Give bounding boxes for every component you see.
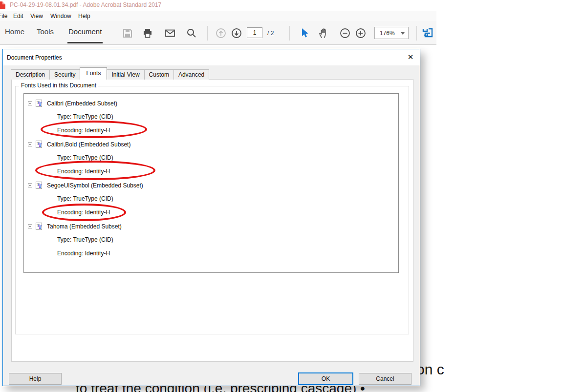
window-title: PC-04-29-19-08.01.34.pdf - Adobe Acrobat… bbox=[10, 1, 161, 8]
print-icon[interactable] bbox=[142, 28, 153, 39]
red-circle-annotation bbox=[35, 161, 155, 180]
dialog-tab-advanced[interactable]: Advanced bbox=[173, 69, 209, 80]
font-type-label: Type: TrueType (CID) bbox=[57, 195, 113, 202]
cancel-button[interactable]: Cancel bbox=[359, 373, 411, 385]
menu-bar: FileEditViewWindowHelp bbox=[0, 11, 436, 21]
page-count-label: / 2 bbox=[267, 30, 274, 37]
truetype-font-icon: TT bbox=[36, 223, 42, 230]
toolbar: HomeToolsDocument / 2 176% bbox=[0, 21, 436, 45]
toolbar-tab-document[interactable]: Document bbox=[68, 27, 102, 36]
menu-file[interactable]: File bbox=[0, 12, 9, 20]
toolbar-divider bbox=[289, 26, 290, 41]
font-list-box: TTCalibri (Embedded Subset)Type: TrueTyp… bbox=[23, 93, 399, 273]
acrobat-app-icon bbox=[0, 1, 5, 9]
zoom-in-icon[interactable] bbox=[355, 28, 366, 39]
toolbar-divider bbox=[416, 26, 417, 41]
font-type-label: Type: TrueType (CID) bbox=[57, 113, 113, 120]
hand-icon[interactable] bbox=[318, 28, 329, 39]
fonts-groupbox-label: Fonts Used in this Document bbox=[19, 82, 98, 89]
font-tree-header[interactable]: TTSegoeUISymbol (Embedded Subset) bbox=[24, 182, 398, 189]
zoom-out-icon[interactable] bbox=[340, 28, 350, 39]
font-encoding-label: Encoding: Identity-H bbox=[57, 250, 110, 257]
page-down-icon[interactable] bbox=[231, 28, 242, 39]
collapse-minus-icon[interactable] bbox=[28, 183, 32, 187]
close-icon[interactable]: ✕ bbox=[404, 51, 417, 63]
menu-window[interactable]: Window bbox=[49, 12, 73, 20]
pointer-icon[interactable] bbox=[300, 28, 310, 39]
toolbar-tab-home[interactable]: Home bbox=[5, 27, 24, 36]
font-tree-header[interactable]: TTCalibri,Bold (Embedded Subset) bbox=[24, 141, 398, 148]
truetype-font-icon: TT bbox=[36, 100, 42, 107]
page-up-icon[interactable] bbox=[216, 28, 226, 39]
page-number-input[interactable] bbox=[247, 27, 262, 38]
help-button[interactable]: Help bbox=[9, 373, 62, 385]
zoom-level-dropdown[interactable]: 176% bbox=[374, 27, 409, 39]
font-tree-item: TTTahoma (Embedded Subset)Type: TrueType… bbox=[24, 223, 398, 264]
font-name-label: SegoeUISymbol (Embedded Subset) bbox=[47, 182, 143, 189]
font-type-label: Type: TrueType (CID) bbox=[57, 154, 113, 161]
red-circle-annotation bbox=[42, 204, 126, 221]
toolbar-divider bbox=[207, 26, 208, 41]
zoom-level-value: 176% bbox=[380, 30, 395, 37]
red-circle-annotation bbox=[41, 121, 147, 138]
menu-view[interactable]: View bbox=[29, 12, 44, 20]
collapse-minus-icon[interactable] bbox=[28, 224, 32, 228]
truetype-font-icon: TT bbox=[36, 141, 42, 148]
dialog-tab-initial-view[interactable]: Initial View bbox=[107, 69, 144, 80]
font-name-label: Calibri (Embedded Subset) bbox=[47, 100, 117, 107]
font-name-label: Calibri,Bold (Embedded Subset) bbox=[47, 141, 130, 148]
truetype-font-icon: TT bbox=[36, 182, 42, 189]
menu-help[interactable]: Help bbox=[77, 12, 92, 20]
save-icon[interactable] bbox=[122, 28, 133, 39]
dialog-title: Document Properties bbox=[7, 54, 62, 61]
search-icon[interactable] bbox=[186, 28, 197, 39]
menu-edit[interactable]: Edit bbox=[12, 12, 25, 20]
toolbar-tab-tools[interactable]: Tools bbox=[37, 27, 54, 36]
fit-width-icon[interactable] bbox=[421, 27, 432, 38]
chevron-down-icon bbox=[401, 32, 405, 35]
dialog-tab-description[interactable]: Description bbox=[11, 69, 50, 80]
window-title-bar: PC-04-29-19-08.01.34.pdf - Adobe Acrobat… bbox=[0, 0, 436, 11]
font-type-label: Type: TrueType (CID) bbox=[57, 236, 113, 243]
font-name-label: Tahoma (Embedded Subset) bbox=[47, 223, 122, 230]
dialog-tab-security[interactable]: Security bbox=[49, 69, 80, 80]
dialog-tab-custom[interactable]: Custom bbox=[144, 69, 174, 80]
dialog-title-bar: Document Properties ✕ bbox=[3, 49, 420, 65]
document-properties-dialog: Document Properties ✕ DescriptionSecurit… bbox=[2, 49, 420, 386]
font-tree-header[interactable]: TTCalibri (Embedded Subset) bbox=[24, 100, 398, 107]
email-icon[interactable] bbox=[165, 28, 175, 39]
collapse-minus-icon[interactable] bbox=[28, 101, 32, 105]
ok-button[interactable]: OK bbox=[298, 372, 353, 385]
collapse-minus-icon[interactable] bbox=[28, 142, 32, 146]
dialog-tab-strip: DescriptionSecurityFontsInitial ViewCust… bbox=[11, 67, 209, 80]
font-tree-header[interactable]: TTTahoma (Embedded Subset) bbox=[24, 223, 398, 230]
dialog-tab-fonts[interactable]: Fonts bbox=[80, 67, 107, 80]
pdf-partial-text: on c bbox=[416, 361, 444, 378]
